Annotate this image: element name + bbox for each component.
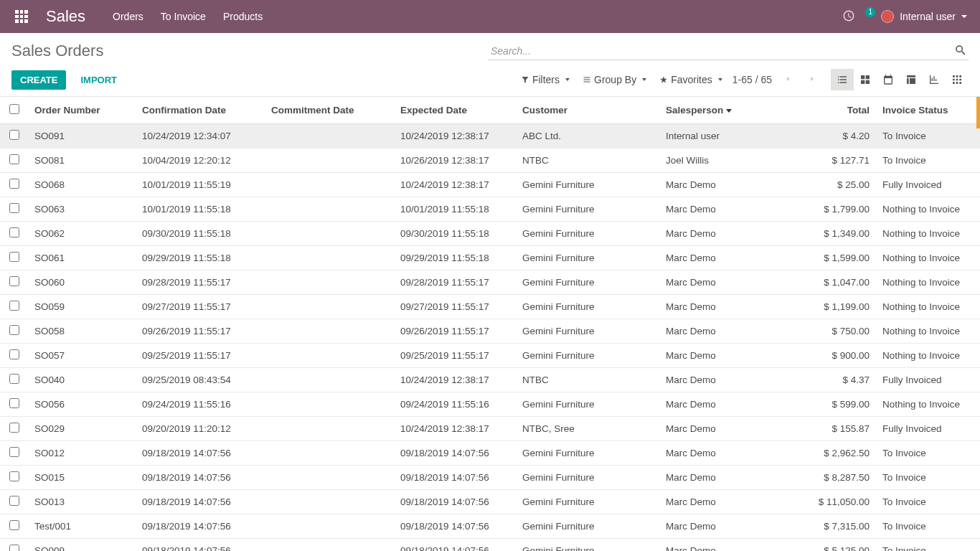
- table-row[interactable]: SO06810/01/2019 11:55:1910/24/2019 12:38…: [0, 173, 980, 197]
- search-bar: [488, 42, 969, 60]
- import-button[interactable]: IMPORT: [72, 70, 126, 90]
- pager-value[interactable]: 1-65 / 65: [732, 74, 772, 85]
- cell-expect: 10/01/2019 11:55:18: [395, 197, 517, 222]
- app-title[interactable]: Sales: [46, 7, 85, 26]
- scroll-indicator: [976, 97, 980, 128]
- table-row[interactable]: SO06109/29/2019 11:55:1809/29/2019 11:55…: [0, 246, 980, 270]
- nav-links: Orders To Invoice Products: [113, 11, 263, 22]
- table-row[interactable]: SO05809/26/2019 11:55:1709/26/2019 11:55…: [0, 319, 980, 344]
- pager-prev-icon[interactable]: [779, 72, 796, 87]
- table-row[interactable]: SO02909/20/2019 11:20:1210/24/2019 12:38…: [0, 417, 980, 441]
- header-customer[interactable]: Customer: [517, 97, 660, 124]
- row-checkbox[interactable]: [9, 325, 19, 335]
- header-commit[interactable]: Commitment Date: [265, 97, 395, 124]
- table-row[interactable]: SO00909/18/2019 14:07:5609/18/2019 14:07…: [0, 539, 980, 552]
- table-row[interactable]: SO06009/28/2019 11:55:1709/28/2019 11:55…: [0, 270, 980, 295]
- row-checkbox[interactable]: [9, 203, 19, 213]
- cell-total: $ 1,047.00: [804, 270, 875, 295]
- row-checkbox[interactable]: [9, 130, 19, 140]
- search-icon[interactable]: [953, 42, 969, 60]
- filters-button[interactable]: Filters: [521, 74, 570, 85]
- row-checkbox[interactable]: [9, 471, 19, 481]
- row-checkbox-cell: [0, 539, 29, 552]
- header-order[interactable]: Order Number: [29, 97, 136, 124]
- orders-table: Order Number Confirmation Date Commitmen…: [0, 97, 980, 551]
- table-container[interactable]: Order Number Confirmation Date Commitmen…: [0, 97, 980, 551]
- header-total[interactable]: Total: [804, 97, 875, 124]
- groupby-label: Group By: [594, 74, 636, 85]
- cell-invoice: To Invoice: [875, 490, 980, 514]
- nav-orders[interactable]: Orders: [113, 11, 143, 22]
- row-checkbox[interactable]: [9, 496, 19, 506]
- select-all-checkbox[interactable]: [9, 104, 19, 114]
- cell-invoice: To Invoice: [875, 466, 980, 490]
- row-checkbox[interactable]: [9, 301, 19, 311]
- cell-confirm: 09/18/2019 14:07:56: [136, 466, 265, 490]
- table-row[interactable]: SO01309/18/2019 14:07:5609/18/2019 14:07…: [0, 490, 980, 514]
- row-checkbox[interactable]: [9, 545, 19, 551]
- view-activity-icon[interactable]: [946, 69, 969, 90]
- table-row[interactable]: SO01209/18/2019 14:07:5609/18/2019 14:07…: [0, 441, 980, 466]
- user-menu[interactable]: Internal user: [881, 10, 967, 23]
- header-select-all: [0, 97, 29, 124]
- cell-invoice: Fully Invoiced: [875, 417, 980, 441]
- nav-products[interactable]: Products: [223, 11, 263, 22]
- table-row[interactable]: SO05609/24/2019 11:55:1609/24/2019 11:55…: [0, 392, 980, 417]
- row-checkbox[interactable]: [9, 349, 19, 359]
- table-row[interactable]: SO05709/25/2019 11:55:1709/25/2019 11:55…: [0, 344, 980, 368]
- nav-to-invoice[interactable]: To Invoice: [161, 11, 206, 22]
- cell-commit: [265, 149, 395, 173]
- row-checkbox[interactable]: [9, 227, 19, 237]
- header-salesperson[interactable]: Salesperson: [660, 97, 804, 124]
- view-pivot-icon[interactable]: [900, 69, 923, 90]
- view-list-icon[interactable]: [831, 69, 854, 90]
- table-row[interactable]: SO06209/30/2019 11:55:1809/30/2019 11:55…: [0, 222, 980, 246]
- cell-commit: [265, 539, 395, 552]
- view-graph-icon[interactable]: [923, 69, 946, 90]
- row-checkbox-cell: [0, 173, 29, 197]
- search-options: Filters Group By Favorites: [521, 74, 722, 85]
- row-checkbox[interactable]: [9, 520, 19, 530]
- cell-commit: [265, 392, 395, 417]
- row-checkbox[interactable]: [9, 252, 19, 262]
- row-checkbox[interactable]: [9, 154, 19, 164]
- table-row[interactable]: SO09110/24/2019 12:34:0710/24/2019 12:38…: [0, 124, 980, 149]
- row-checkbox[interactable]: [9, 276, 19, 286]
- table-row[interactable]: SO08110/04/2019 12:20:1210/26/2019 12:38…: [0, 149, 980, 173]
- table-row[interactable]: SO01509/18/2019 14:07:5609/18/2019 14:07…: [0, 466, 980, 490]
- cell-commit: [265, 417, 395, 441]
- pager-next-icon[interactable]: [804, 72, 821, 87]
- cell-total: $ 1,599.00: [804, 246, 875, 270]
- cell-invoice: Fully Invoiced: [875, 173, 980, 197]
- row-checkbox[interactable]: [9, 423, 19, 433]
- cell-salesperson: Joel Willis: [660, 149, 804, 173]
- row-checkbox-cell: [0, 246, 29, 270]
- breadcrumb: Sales Orders: [11, 42, 103, 60]
- row-checkbox[interactable]: [9, 374, 19, 384]
- cell-salesperson: Marc Demo: [660, 173, 804, 197]
- row-checkbox[interactable]: [9, 398, 19, 408]
- header-salesperson-label: Salesperson: [666, 105, 723, 116]
- create-button[interactable]: CREATE: [11, 70, 66, 90]
- view-kanban-icon[interactable]: [854, 69, 877, 90]
- table-row[interactable]: Test/00109/18/2019 14:07:5609/18/2019 14…: [0, 514, 980, 539]
- search-input[interactable]: [488, 42, 969, 60]
- row-checkbox[interactable]: [9, 179, 19, 189]
- cell-salesperson: Marc Demo: [660, 490, 804, 514]
- row-checkbox-cell: [0, 222, 29, 246]
- header-confirm[interactable]: Confirmation Date: [136, 97, 265, 124]
- favorites-button[interactable]: Favorites: [659, 74, 722, 85]
- row-checkbox-cell: [0, 344, 29, 368]
- table-row[interactable]: SO06310/01/2019 11:55:1810/01/2019 11:55…: [0, 197, 980, 222]
- row-checkbox[interactable]: [9, 447, 19, 457]
- header-invoice[interactable]: Invoice Status: [875, 97, 980, 124]
- table-row[interactable]: SO04009/25/2019 08:43:5410/24/2019 12:38…: [0, 368, 980, 392]
- apps-menu-icon[interactable]: [13, 8, 30, 25]
- view-switcher: [831, 69, 969, 90]
- activity-icon[interactable]: [842, 9, 855, 24]
- table-row[interactable]: SO05909/27/2019 11:55:1709/27/2019 11:55…: [0, 295, 980, 319]
- groupby-button[interactable]: Group By: [583, 74, 646, 85]
- cell-order: SO057: [29, 344, 136, 368]
- header-expect[interactable]: Expected Date: [395, 97, 517, 124]
- view-calendar-icon[interactable]: [877, 69, 900, 90]
